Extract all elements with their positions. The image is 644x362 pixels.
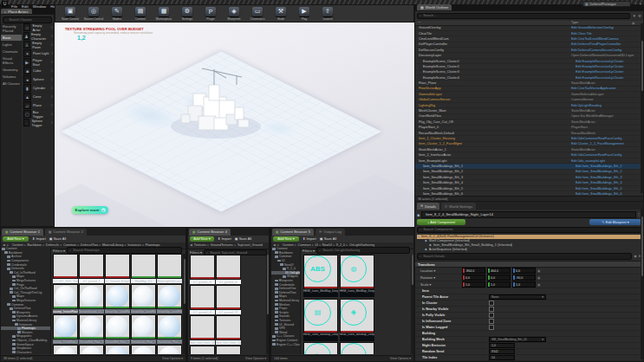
asset-thumbnail[interactable]: ▤ HEMI_Icons_MiniMap_Deepest_Input_Water [303, 299, 338, 341]
place-actors-category[interactable]: Visual Effects [1, 55, 22, 67]
grab-handle-icon[interactable]: ≡ [51, 103, 53, 107]
actor-type-link[interactable]: Edit CineToolLevelBlendCamera [571, 37, 639, 41]
place-actors-search-input[interactable] [9, 18, 49, 22]
grab-handle-icon[interactable]: ≡ [51, 42, 53, 47]
outliner-search-input[interactable] [423, 14, 628, 17]
grab-handle-icon[interactable]: ≡ [51, 112, 53, 116]
asset-thumbnail[interactable]: 4.2_ground_v1 [190, 255, 215, 284]
toolbar-button[interactable]: ✎ Modes [106, 7, 128, 21]
lock-icon[interactable]: ▣ [537, 283, 540, 287]
explore-more-button[interactable]: Explore more ⌄ [72, 206, 108, 214]
asset-thumbnail[interactable]: TerrainGround_v2_2 [105, 345, 130, 354]
import-button[interactable]: ⬇ Import [32, 236, 46, 241]
asset-thumbnail[interactable]: 4.2_ground_LP [216, 285, 241, 314]
checkbox[interactable] [489, 307, 494, 312]
tab-content-browser-2[interactable]: ▦Content Browser 2 [45, 229, 87, 236]
y-value-field[interactable]: 464,0 [487, 268, 511, 274]
actor-type-link[interactable]: Edit CineToolVectorApplication [571, 87, 639, 90]
place-actor-item[interactable]: ▲ Cone ≡ [23, 93, 54, 101]
place-actors-category[interactable]: Geometry [1, 67, 22, 74]
dropdown[interactable]: None▾ [489, 294, 546, 301]
actor-type-link[interactable]: GameSelectableLayer [571, 93, 639, 96]
asset-thumbnail[interactable]: TerrainLow_Flow_1 [131, 314, 156, 344]
asset-thumbnail[interactable]: TerrainGround_v1_1 [79, 284, 104, 314]
project-button[interactable]: ▦ DefensifPrototype [582, 1, 631, 7]
tab-content-browser-4[interactable]: ▦Content Browser 4 [189, 229, 231, 236]
property-row[interactable]: In Cluster ▾ [415, 301, 643, 307]
toolbar-button[interactable]: P Plugin [199, 7, 222, 21]
outliner-search[interactable]: ⌕ [417, 13, 630, 20]
save-all-button[interactable]: ▣ Save All [320, 236, 336, 241]
asset-thumbnail[interactable]: swamp_DeltaFlow_1 [53, 314, 78, 344]
toolbar-button[interactable]: ▶ Play [293, 7, 315, 21]
view-options-button[interactable]: View Options ▾ [245, 357, 266, 360]
place-actors-category[interactable]: Recently Placed [1, 23, 22, 35]
details-scrollbar[interactable] [641, 209, 643, 359]
asset-thumbnail[interactable]: InTheRoad_TopLevel_2 [190, 346, 215, 354]
z-value-field[interactable]: 1,0 [512, 281, 536, 288]
actor-type-link[interactable]: Edit Uds_exampleLight [571, 159, 639, 163]
tab-content-browser-5[interactable]: ▦Content Browser 5 [272, 229, 314, 236]
asset-thumbnail[interactable]: TerrainLow_Flow_2 [157, 314, 182, 344]
actor-type-link[interactable]: Edit ExampleRecursiveLpCluster [576, 60, 643, 63]
place-actor-item[interactable]: ▱ Plane ≡ [23, 101, 54, 110]
save-all-button[interactable]: ▣ Save All [49, 236, 66, 241]
actor-type-link[interactable]: StaticMeshActor [571, 148, 639, 152]
property-row[interactable]: Night Emissive 1,0▾ 1,0 [415, 343, 643, 349]
actor-type-link[interactable]: StaticMeshActor [571, 109, 639, 113]
asset-thumbnail[interactable]: ⚑ HEMI_Icons_MiniMap_Deepest_Input_Roadb… [303, 342, 338, 354]
asset-thumbnail[interactable]: TerrainTop_LevelFlooding_1 [105, 284, 130, 314]
actor-type-link[interactable]: Edit Cluster_1_2_FaceManagement [571, 142, 639, 145]
actor-type-link[interactable]: Edit Item_SmallBuildings_8th_6 [576, 192, 643, 196]
property-row[interactable]: Is Influenced Zone ▾ [415, 319, 643, 325]
asset-thumbnail[interactable]: New_Gen_Distri_1025 [216, 315, 241, 345]
actor-type-link[interactable]: Edit UdsContainerRootFaceConfig [571, 153, 639, 157]
edit-blueprint-button[interactable]: ✎ Edit Blueprint ▾ [589, 219, 641, 225]
details-search-input[interactable] [423, 255, 629, 258]
x-value-field[interactable]: -864,0 [462, 268, 485, 274]
y-value-field[interactable]: 0,0 [487, 275, 511, 281]
toolbar-button[interactable]: ⚙ Settings [176, 7, 198, 21]
actor-name-input[interactable] [424, 211, 634, 217]
y-value-field[interactable]: 1,0 [487, 281, 511, 288]
breadcrumb-item[interactable]: GroundTextures [206, 243, 233, 247]
property-row[interactable]: Is Water Logged ▾ [415, 325, 643, 331]
add-new-button[interactable]: Add New ▾ [3, 236, 29, 242]
property-row[interactable]: Building Mesh SM_SmallBuilding_8th_01▾ S… [415, 337, 643, 343]
actor-type-link[interactable]: CameraSensor [571, 98, 639, 101]
checkbox[interactable] [489, 301, 494, 306]
tab-world-settings[interactable]: ◎World Settings [441, 203, 476, 210]
actor-type-link[interactable]: Edit Item_SmallBuildings_8th_1 [576, 165, 643, 168]
breadcrumb-item[interactable]: TopLevel_Ground [233, 243, 263, 247]
import-button[interactable]: ⬇ Import [218, 236, 231, 241]
asset-search-right[interactable]: ⌕ [316, 247, 410, 254]
toolbar-button[interactable]: ▭ Cinematics [246, 7, 269, 21]
grid-scrollbar-mid[interactable] [266, 255, 269, 354]
asset-thumbnail[interactable]: TerrainGround_v2_3 [131, 345, 156, 354]
asset-thumbnail[interactable]: InTheRoad_TopLevel_3 [216, 346, 241, 354]
lock-icon[interactable]: ▣ [537, 269, 540, 273]
back-icon[interactable]: ◀ [190, 243, 192, 247]
asset-thumbnail[interactable]: 4.2_ground_v2 [216, 255, 241, 284]
grid-scrollbar-left[interactable] [183, 254, 185, 354]
titlebar-menu-icon[interactable]: ▾ [640, 2, 641, 6]
asset-thumbnail[interactable]: TerrainGround_v2_1 [79, 345, 104, 354]
outliner-header-type[interactable]: Type [571, 21, 632, 25]
menu-item[interactable]: Edit [22, 4, 29, 9]
outliner-scrollbar[interactable] [641, 23, 643, 193]
asset-thumbnail[interactable]: 4.2_Ground_BridgeWater [105, 254, 130, 283]
z-value-field[interactable]: 0,0 [512, 268, 536, 274]
property-row[interactable]: Parent Tile Actor None▾ None [415, 294, 643, 301]
asset-thumbnail[interactable]: 4.2_UV1_2021_Texture_1 [53, 254, 78, 283]
actor-type-link[interactable]: Edit ExampleRecursiveLpCluster [576, 76, 643, 80]
asset-search-mid-input[interactable] [210, 251, 264, 255]
grab-handle-icon[interactable]: ≡ [51, 94, 53, 99]
actor-type-link[interactable]: Open Via WorldGridManager [571, 114, 639, 118]
place-actor-item[interactable]: ▢ Box Trigger ≡ [23, 110, 54, 119]
details-search[interactable]: ⌕ [417, 253, 632, 260]
asset-thumbnail[interactable]: TerrainTop_LevelFlooding_3 [157, 284, 182, 314]
value-field[interactable]: 14 [489, 355, 515, 361]
lock-icon[interactable]: ▣ [537, 276, 540, 280]
asset-search-left[interactable]: ⌕ [67, 247, 182, 254]
add-component-button[interactable]: + Add Component [417, 219, 465, 225]
